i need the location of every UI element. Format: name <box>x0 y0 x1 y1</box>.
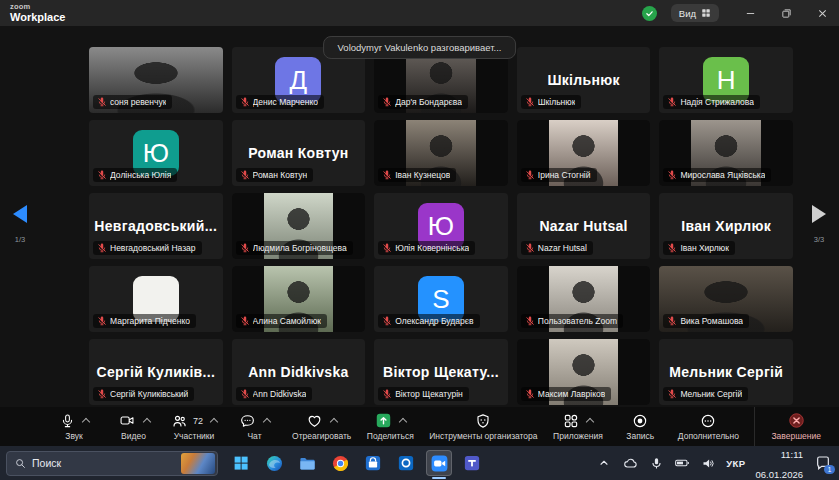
toolbar-react-button[interactable]: Отреагировать <box>286 407 357 446</box>
participant-label: Вика Ромашова <box>663 314 749 328</box>
participant-label: Ірина Стогній <box>521 168 597 182</box>
participant-tile[interactable]: соня ревенчук <box>89 47 223 113</box>
chrome-icon[interactable] <box>327 450 353 476</box>
tray-mic-icon[interactable] <box>648 455 664 471</box>
gallery-prev-page-button[interactable]: 1/3 <box>0 205 40 244</box>
participant-tile[interactable]: Максим Лавріков <box>517 339 651 405</box>
maximize-button[interactable] <box>779 6 793 20</box>
participant-tile[interactable]: ННадія Стрижалова <box>659 47 793 113</box>
zoom-app-icon[interactable] <box>426 450 452 476</box>
toolbar-apps-label: Приложения <box>553 431 603 441</box>
teams-icon[interactable] <box>459 450 485 476</box>
participant-label: Мельник Сергій <box>663 387 748 401</box>
participant-tile[interactable]: ЮЮлія Ковернінська <box>374 193 508 259</box>
participant-tile[interactable]: Людмила Богріновщева <box>232 193 366 259</box>
chevron-up-icon[interactable] <box>210 418 218 426</box>
participant-tile[interactable]: Мельник СергійМельник Сергій <box>659 339 793 405</box>
volume-icon[interactable] <box>700 455 716 471</box>
participant-tile[interactable]: Роман КовтунРоман Ковтун <box>232 120 366 186</box>
gallery-next-page-button[interactable]: 3/3 <box>799 205 839 244</box>
toolbar-share-button[interactable]: Поделиться <box>361 407 420 446</box>
toolbar-chat-button[interactable]: Чат <box>227 407 283 446</box>
participant-tile[interactable]: Вика Ромашова <box>659 266 793 332</box>
edge-icon[interactable] <box>261 450 287 476</box>
toolbar-end-button[interactable]: Завершение <box>754 407 826 446</box>
notification-center-button[interactable]: 1 <box>813 453 833 473</box>
file-explorer-icon[interactable] <box>294 450 320 476</box>
view-button[interactable]: Вид <box>671 4 719 22</box>
outlook-icon[interactable] <box>393 450 419 476</box>
store-icon[interactable] <box>360 450 386 476</box>
mic-icon <box>60 412 89 429</box>
participant-tile[interactable]: Ірина Стогній <box>517 120 651 186</box>
view-label: Вид <box>679 8 696 19</box>
chat-icon <box>239 412 270 429</box>
toolbar-apps-button[interactable]: Приложения <box>547 407 609 446</box>
participant-label: Шкільнюк <box>521 95 582 109</box>
language-indicator[interactable]: УКР <box>726 458 745 469</box>
chevron-up-icon[interactable] <box>81 418 89 426</box>
prev-page-arrow-icon <box>13 205 27 223</box>
toolbar-participants-button[interactable]: 72Участники <box>165 407 223 446</box>
participant-tile[interactable]: Невгадовський...Невгадовський Назар <box>89 193 223 259</box>
participant-label: Олександр Бударєв <box>378 314 479 328</box>
taskbar-search-box[interactable]: Поиск <box>6 451 218 476</box>
chevron-up-icon[interactable] <box>330 418 338 426</box>
apps-icon <box>563 412 593 429</box>
muted-mic-icon <box>97 170 107 180</box>
minimize-button[interactable] <box>743 6 757 20</box>
participant-tile[interactable]: Іван ХирлюкІван Хирлюк <box>659 193 793 259</box>
toolbar-audio-label: Звук <box>65 431 82 441</box>
start-icon[interactable] <box>228 450 254 476</box>
participant-tile[interactable]: Маргарита Підченко <box>89 266 223 332</box>
toolbar-audio-button[interactable]: Звук <box>46 407 102 446</box>
participant-tile[interactable]: Мирослава Яцківська <box>659 120 793 186</box>
taskbar-clock[interactable]: 11:11 06.01.2026 <box>755 443 803 480</box>
notification-count-badge: 1 <box>824 465 835 474</box>
avatar-initial: Н <box>717 65 736 96</box>
participant-tile[interactable]: Іван Кузнецов <box>374 120 508 186</box>
zoom-workplace-logo: zoom Workplace <box>10 3 65 23</box>
participant-name: Віктор Щекатурін <box>395 389 463 399</box>
toolbar-host-tools-button[interactable]: Инструменты организатора <box>423 407 543 446</box>
participant-tile[interactable]: SОлександр Бударєв <box>374 266 508 332</box>
meeting-security-shield-icon[interactable] <box>642 6 657 21</box>
muted-mic-icon <box>382 316 392 326</box>
chevron-up-icon[interactable] <box>399 418 407 426</box>
heart-icon <box>306 412 337 429</box>
participant-tile[interactable]: ШкільнюкШкільнюк <box>517 47 651 113</box>
taskbar-app-icons <box>228 450 485 476</box>
record-icon <box>632 412 648 429</box>
participant-tile[interactable]: Пользователь Zoom <box>517 266 651 332</box>
toolbar-video-button[interactable]: Видео <box>106 407 162 446</box>
people-icon: 72 <box>171 412 217 429</box>
brand-zoom: zoom <box>10 3 65 11</box>
battery-icon[interactable] <box>674 455 690 471</box>
participant-name: Шкільнюк <box>538 97 576 107</box>
participant-display-name: Ann Didkivska <box>248 364 348 380</box>
toolbar-record-button[interactable]: Запись <box>612 407 668 446</box>
participant-tile[interactable]: Сергій Куликів...Сергій Куликівський <box>89 339 223 405</box>
participant-display-name: Віктор Щекату... <box>383 364 499 380</box>
participant-tile[interactable]: ЮДолінська Юлія <box>89 120 223 186</box>
toolbar-more-label: Дополнительно <box>678 431 739 441</box>
participant-tile[interactable]: Nazar HutsalNazar Hutsal <box>517 193 651 259</box>
participant-tile[interactable]: Алина Самойлюк <box>232 266 366 332</box>
participant-tile[interactable]: Віктор Щекату...Віктор Щекатурін <box>374 339 508 405</box>
camera-icon <box>118 412 150 429</box>
search-icon <box>15 458 26 469</box>
toolbar-more-button[interactable]: Дополнительно <box>672 407 745 446</box>
muted-mic-icon <box>667 170 677 180</box>
muted-mic-icon <box>240 97 250 107</box>
cloud-icon[interactable] <box>622 455 638 471</box>
close-button[interactable] <box>815 6 829 20</box>
chevron-up-icon[interactable] <box>142 418 150 426</box>
muted-mic-icon <box>240 316 250 326</box>
hidden-icons-chevron-icon[interactable] <box>596 455 612 471</box>
chevron-up-icon[interactable] <box>586 418 594 426</box>
chevron-up-icon[interactable] <box>263 418 271 426</box>
muted-mic-icon <box>97 316 107 326</box>
participant-name: Алина Самойлюк <box>253 316 322 326</box>
muted-mic-icon <box>525 243 535 253</box>
participant-tile[interactable]: Ann DidkivskaAnn Didkivska <box>232 339 366 405</box>
